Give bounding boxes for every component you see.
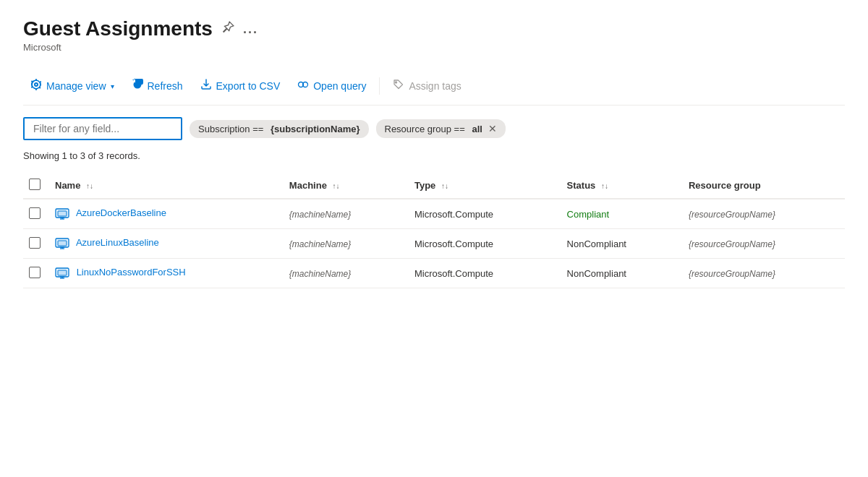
gear-icon [30,79,42,93]
col-resource-group: Resource group [680,173,845,199]
row-machine-cell: {machineName} [281,199,406,229]
page-title: Guest Assignments [23,17,213,40]
col-resource-group-label: Resource group [689,180,761,191]
row-status-value: NonCompliant [567,239,626,249]
row-name-cell: LinuxNoPasswordForSSH [46,259,281,288]
row-type-value: Microsoft.Compute [414,268,493,279]
row-type-cell: Microsoft.Compute [406,259,558,288]
row-checkbox[interactable] [29,207,41,219]
row-machine-value: {machineName} [289,210,351,220]
row-status-cell: NonCompliant [558,259,680,288]
row-type-cell: Microsoft.Compute [406,229,558,259]
more-icon[interactable]: ... [243,22,258,37]
row-checkbox-cell [23,259,46,288]
col-status-label: Status [567,180,596,191]
open-query-button[interactable]: Open query [290,74,373,98]
col-type: Type ↑↓ [406,173,558,199]
row-resource-group-cell: {resourceGroupName} [680,259,845,288]
row-name-link[interactable]: AzureLinuxBaseline [76,237,159,248]
chevron-down-icon: ▾ [111,82,114,90]
toolbar-divider [379,77,380,95]
export-csv-label: Export to CSV [216,80,281,92]
vm-icon [55,207,69,221]
status-sort-icon[interactable]: ↑↓ [601,182,608,190]
page-subtitle: Microsoft [23,42,845,53]
row-resource-group-value: {resourceGroupName} [689,210,775,220]
resource-group-tag-value: all [472,124,482,134]
row-type-value: Microsoft.Compute [414,239,493,249]
refresh-button[interactable]: Refresh [124,74,190,98]
row-name-link[interactable]: AzureDockerBaseline [76,207,166,218]
row-checkbox-cell [23,199,46,229]
col-type-label: Type [414,180,435,191]
table-body: AzureDockerBaseline {machineName}Microso… [23,199,845,288]
col-name-label: Name [55,180,80,191]
page-header: Guest Assignments ... Microsoft [23,17,845,53]
type-sort-icon[interactable]: ↑↓ [441,182,448,190]
row-machine-value: {machineName} [289,239,351,249]
export-csv-button[interactable]: Export to CSV [193,74,288,98]
table-row: AzureLinuxBaseline {machineName}Microsof… [23,229,845,259]
resource-group-tag-close[interactable]: ✕ [488,123,497,134]
svg-rect-9 [58,241,67,246]
row-type-value: Microsoft.Compute [414,209,493,220]
resource-group-tag-label: Resource group == [385,124,468,134]
col-machine: Machine ↑↓ [281,173,406,199]
table-row: LinuxNoPasswordForSSH {machineName}Micro… [23,259,845,288]
row-resource-group-cell: {resourceGroupName} [680,199,845,229]
subscription-tag-label: Subscription == [198,124,266,134]
row-resource-group-cell: {resourceGroupName} [680,229,845,259]
resource-group-filter-tag[interactable]: Resource group == all ✕ [376,119,506,138]
row-name-cell: AzureDockerBaseline [46,199,281,229]
row-status-value: NonCompliant [567,268,626,279]
open-query-label: Open query [313,80,366,92]
svg-rect-3 [58,211,67,216]
row-status-cell: Compliant [558,199,680,229]
row-name-cell: AzureLinuxBaseline [46,229,281,259]
row-status-cell: NonCompliant [558,229,680,259]
vm-icon [55,266,69,280]
tag-icon [393,79,404,93]
row-name-link[interactable]: LinuxNoPasswordForSSH [77,267,186,278]
svg-rect-15 [58,270,67,275]
row-status-value: Compliant [567,209,610,220]
row-machine-value: {machineName} [289,269,351,279]
vm-icon [55,236,69,251]
name-sort-icon[interactable]: ↑↓ [86,182,93,190]
row-checkbox-cell [23,229,46,259]
col-machine-label: Machine [289,180,327,191]
toolbar: Manage view ▾ Refresh Export to CSV O [23,67,845,106]
col-name: Name ↑↓ [46,173,281,199]
row-type-cell: Microsoft.Compute [406,199,558,229]
manage-view-button[interactable]: Manage view ▾ [23,74,122,98]
row-checkbox[interactable] [29,267,41,278]
select-all-header [23,173,46,199]
filter-bar: Subscription == {subscriptionName} Resou… [23,117,845,140]
page-title-row: Guest Assignments ... [23,17,845,40]
row-machine-cell: {machineName} [281,229,406,259]
machine-sort-icon[interactable]: ↑↓ [333,182,340,190]
filter-input[interactable] [23,117,182,140]
table-header: Name ↑↓ Machine ↑↓ Type ↑↓ Status ↑↓ Res… [23,173,845,199]
assign-tags-label: Assign tags [409,80,461,92]
refresh-icon [132,79,143,93]
subscription-filter-tag[interactable]: Subscription == {subscriptionName} [190,120,369,138]
manage-view-label: Manage view [46,80,106,92]
query-icon [297,79,309,93]
assign-tags-button[interactable]: Assign tags [386,74,468,98]
refresh-label: Refresh [148,80,183,92]
row-checkbox[interactable] [29,237,41,249]
pin-icon[interactable] [221,21,234,38]
row-resource-group-value: {resourceGroupName} [689,269,775,279]
col-status: Status ↑↓ [558,173,680,199]
table-row: AzureDockerBaseline {machineName}Microso… [23,199,845,229]
subscription-tag-value: {subscriptionName} [271,124,360,134]
records-info: Showing 1 to 3 of 3 records. [23,150,845,161]
select-all-checkbox[interactable] [29,179,41,190]
row-resource-group-value: {resourceGroupName} [689,239,775,249]
export-icon [200,79,212,93]
data-table: Name ↑↓ Machine ↑↓ Type ↑↓ Status ↑↓ Res… [23,173,845,288]
row-machine-cell: {machineName} [281,259,406,288]
